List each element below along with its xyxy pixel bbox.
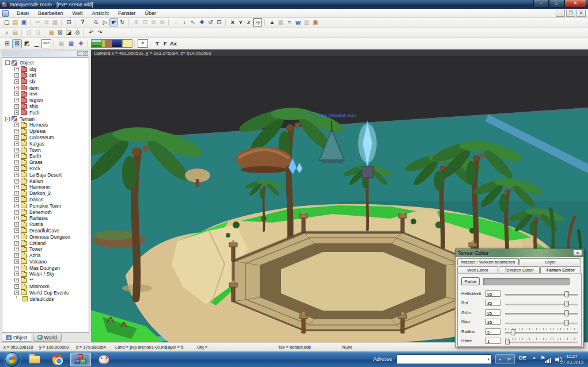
tree-item[interactable]: Volcano: [2, 259, 89, 265]
network-icon[interactable]: [545, 357, 552, 363]
slider-thumb[interactable]: [564, 301, 569, 307]
tree-item[interactable]: Path: [2, 109, 89, 116]
sep[interactable]: [128, 19, 130, 26]
expander-icon[interactable]: [14, 123, 19, 127]
link-icon[interactable]: ⊡: [25, 29, 33, 37]
sep[interactable]: [30, 19, 32, 26]
expander-icon[interactable]: [14, 129, 19, 133]
mdi-minimize-button[interactable]: ─: [556, 10, 565, 17]
slider-track[interactable]: [505, 318, 578, 326]
hidden-icons-arrow[interactable]: ▲: [532, 355, 536, 360]
terrain-editor-tab[interactable]: Texturen Editor: [499, 266, 540, 273]
sep[interactable]: [264, 19, 266, 26]
menu-item[interactable]: Datei: [12, 10, 33, 17]
dialog-close-icon[interactable]: ✕: [573, 250, 582, 256]
grid-pointer-icon[interactable]: ◩: [22, 39, 32, 48]
tray-dropdown-icon[interactable]: ▾: [499, 357, 501, 361]
axis-z-button[interactable]: Z: [245, 18, 253, 26]
slider-track[interactable]: [505, 327, 578, 335]
expander-icon[interactable]: [14, 86, 19, 90]
menu-item[interactable]: Ansicht: [87, 10, 113, 17]
taskbar-chrome-button[interactable]: [47, 353, 68, 366]
camera-trap-icon[interactable]: ⊙: [73, 29, 82, 37]
tree-item[interactable]: **: [2, 277, 89, 284]
tree-item[interactable]: Earth: [2, 153, 89, 159]
drop-soft-icon[interactable]: ↓: [172, 18, 180, 26]
mdi-close-button[interactable]: ✕: [576, 10, 586, 17]
grid-add-icon[interactable]: ✚: [76, 39, 86, 48]
maximize-button[interactable]: □: [549, 0, 564, 7]
expander-icon[interactable]: [14, 154, 19, 158]
menu-item[interactable]: Bearbeiten: [33, 10, 68, 17]
expander-icon[interactable]: [14, 142, 19, 146]
move-icon[interactable]: ✚: [198, 18, 206, 26]
taskbar-explorer-button[interactable]: [24, 353, 45, 366]
tree-item[interactable]: mvr: [2, 91, 89, 97]
tree-item[interactable]: Azria: [2, 253, 89, 259]
expander-icon[interactable]: [14, 210, 19, 215]
expander-icon[interactable]: [14, 235, 19, 239]
fmb-button[interactable]: FMB: [41, 39, 51, 48]
terrain-chip-multi[interactable]: [101, 39, 112, 48]
expander-icon[interactable]: [14, 148, 19, 152]
sep[interactable]: [134, 40, 136, 47]
sep[interactable]: [88, 40, 89, 47]
terrain-chip-water[interactable]: [112, 39, 122, 48]
close-button[interactable]: ✕: [564, 0, 586, 7]
tree-item[interactable]: Tower: [2, 246, 89, 253]
grid-border-icon[interactable]: ⊞: [2, 39, 12, 48]
sep[interactable]: [53, 40, 55, 47]
grid-snap-icon[interactable]: ▦: [276, 18, 285, 26]
tree-item[interactable]: Herneos: [2, 122, 89, 128]
sep[interactable]: [168, 19, 170, 26]
expander-icon[interactable]: [14, 91, 19, 96]
scene-tree[interactable]: Object obj ctrl: [2, 57, 89, 332]
slider-value-field[interactable]: 85: [485, 300, 500, 306]
zoom-in-icon[interactable]: ⊕: [132, 18, 141, 26]
expander-icon[interactable]: [14, 197, 19, 202]
terrain-editor-tab[interactable]: Welt Editor: [457, 266, 498, 273]
terrain-chip-green[interactable]: [91, 39, 101, 48]
expander-icon[interactable]: [14, 160, 19, 165]
tree-item[interactable]: ship: [2, 104, 89, 110]
expander-icon[interactable]: [14, 222, 19, 227]
expander-icon[interactable]: [14, 241, 19, 246]
next-view-icon[interactable]: ⧉: [158, 18, 166, 26]
chip-delete-button[interactable]: ✕: [138, 39, 148, 48]
slider-value-field[interactable]: 1: [485, 338, 500, 344]
pick-arrow-icon[interactable]: ↖: [189, 18, 198, 26]
tree-item[interactable]: Behemoth: [2, 209, 89, 215]
dialog-titlebar[interactable]: Terrain Editor ✕: [456, 249, 583, 257]
tree-item[interactable]: Rustia: [2, 221, 89, 228]
expander-icon[interactable]: [14, 253, 19, 258]
taskbar-paint-button[interactable]: [93, 353, 114, 366]
tab-world[interactable]: World: [33, 334, 62, 342]
terrain-editor-tab[interactable]: Layer: [519, 258, 581, 265]
expander-icon[interactable]: [14, 247, 19, 251]
expander-icon[interactable]: [14, 284, 19, 289]
tree-item-default-dds[interactable]: default.dds: [2, 296, 89, 302]
scale-icon[interactable]: ⊡: [215, 18, 223, 26]
tree-item[interactable]: Pumpkin Town: [2, 202, 89, 209]
new-icon[interactable]: ▢: [2, 18, 11, 26]
drop-icon[interactable]: ↓: [180, 18, 189, 26]
axis-x-button[interactable]: X: [229, 18, 237, 26]
redo-icon[interactable]: ↷: [96, 29, 104, 37]
open-folder-icon[interactable]: ▤: [11, 18, 20, 26]
terrain-chip-light[interactable]: [122, 39, 132, 48]
window-titlebar[interactable]: masquerade.room - [PvP Arena.wld] ─ □ ✕: [0, 0, 588, 9]
expander-icon[interactable]: [14, 272, 19, 276]
expander-icon[interactable]: [14, 191, 19, 196]
orbit-icon[interactable]: ↻: [118, 18, 127, 26]
texture-box-icon[interactable]: ▣: [311, 18, 320, 26]
expander-icon[interactable]: [14, 79, 19, 84]
slider-thumb[interactable]: [564, 291, 569, 297]
tree-item[interactable]: Dakon: [2, 197, 89, 203]
expander-icon[interactable]: [14, 278, 19, 282]
expander-icon[interactable]: [14, 67, 19, 71]
tree-item[interactable]: DreadfulCave: [2, 228, 89, 234]
pane-close-icon[interactable]: ✕: [83, 51, 88, 56]
terrain-height-icon[interactable]: ▲: [268, 18, 276, 26]
slider-thumb[interactable]: [564, 320, 569, 326]
slider-value-field[interactable]: 85: [485, 290, 500, 297]
